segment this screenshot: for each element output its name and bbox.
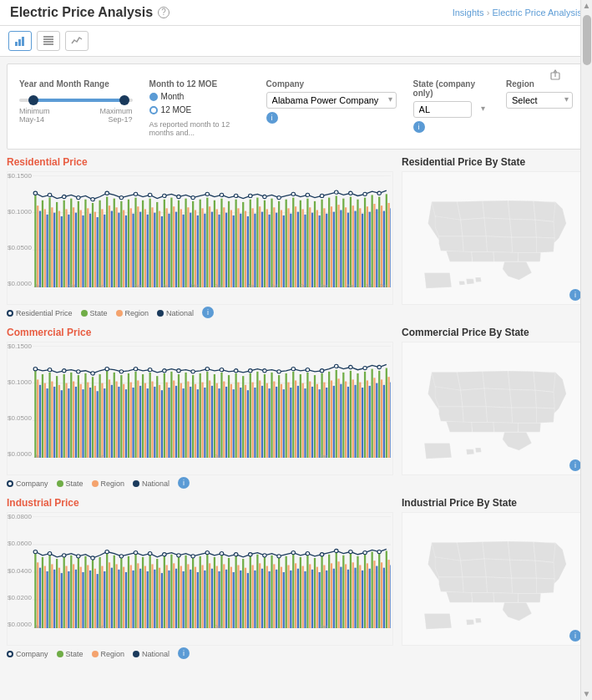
svg-rect-416 (142, 557, 144, 628)
svg-rect-462 (115, 564, 117, 628)
svg-rect-530 (247, 573, 249, 628)
svg-rect-450 (386, 550, 387, 628)
svg-rect-249 (292, 372, 294, 458)
svg-point-573 (349, 550, 353, 553)
industrial-map-info[interactable]: i (569, 630, 581, 642)
svg-point-373 (177, 369, 181, 373)
svg-point-565 (234, 553, 238, 556)
svg-point-172 (105, 191, 109, 195)
company-filter: Company Alabama Power Company i (266, 79, 397, 124)
svg-point-377 (234, 369, 238, 373)
slider-thumb-min[interactable] (28, 95, 38, 105)
svg-rect-340 (233, 389, 235, 458)
svg-rect-123 (82, 216, 83, 287)
svg-rect-472 (187, 564, 189, 628)
svg-rect-148 (261, 212, 263, 287)
scrollbar-thumb[interactable] (583, 15, 591, 65)
month-radio[interactable]: Month (149, 92, 250, 101)
residential-chart-info[interactable]: i (202, 307, 214, 318)
svg-rect-277 (137, 380, 139, 458)
svg-rect-68 (44, 209, 46, 287)
svg-rect-125 (97, 217, 99, 287)
svg-rect-500 (388, 560, 390, 628)
svg-rect-301 (309, 382, 311, 458)
industrial-bars-svg: Jul 2014 Jan 2015 Jan 2016 Jan 2017 (33, 516, 391, 628)
commercial-bars-svg: Jul 2014 Jan 2015 Jan 2016 Jan 2017 (33, 346, 391, 458)
svg-rect-258 (357, 373, 358, 458)
moe12-radio[interactable]: 12 MOE (149, 105, 250, 114)
region-select[interactable]: Select (506, 92, 573, 109)
svg-rect-359 (369, 386, 371, 458)
svg-rect-288 (216, 383, 218, 458)
svg-rect-257 (350, 371, 352, 458)
svg-rect-142 (218, 215, 220, 287)
svg-rect-81 (137, 206, 139, 287)
svg-rect-454 (58, 568, 60, 628)
svg-rect-486 (287, 565, 289, 628)
svg-rect-242 (242, 376, 244, 458)
slider-thumb-max[interactable] (119, 95, 129, 105)
svg-rect-2 (22, 37, 24, 46)
svg-rect-86 (173, 206, 175, 287)
svg-point-382 (306, 368, 310, 372)
slider-track[interactable] (19, 99, 133, 102)
industrial-y-axis: $0.0800 $0.0600 $0.0400 $0.0200 $0.0000 (8, 513, 31, 628)
svg-rect-506 (75, 570, 77, 628)
commercial-map-info[interactable]: i (569, 459, 581, 471)
svg-rect-231 (164, 373, 165, 458)
table-view-button[interactable] (37, 31, 60, 51)
svg-rect-55 (306, 199, 308, 287)
moe12-radio-dot (149, 106, 158, 114)
svg-rect-520 (175, 569, 177, 628)
svg-rect-494 (345, 564, 347, 628)
svg-rect-218 (70, 373, 72, 458)
svg-rect-409 (92, 560, 94, 628)
svg-rect-252 (314, 375, 316, 458)
svg-rect-112 (359, 208, 361, 287)
svg-rect-443 (336, 553, 337, 628)
commercial-chart-info[interactable]: i (178, 477, 190, 489)
help-icon[interactable]: ? (158, 7, 170, 18)
chart-view-button[interactable] (8, 31, 32, 51)
svg-rect-497 (367, 563, 368, 628)
company-select[interactable]: Alabama Power Company (266, 92, 397, 109)
range-max-group: Maximum Sep-1? (100, 107, 133, 124)
state-label: State (company only) (413, 79, 489, 98)
svg-point-571 (320, 553, 324, 556)
moe12-radio-label: 12 MOE (161, 105, 192, 114)
industrial-chart-info[interactable]: i (178, 647, 190, 659)
svg-rect-358 (362, 388, 363, 458)
svg-rect-496 (359, 565, 361, 628)
svg-point-569 (291, 550, 296, 554)
commercial-legend: Company State Region National i (7, 479, 393, 489)
state-info-icon[interactable]: i (413, 121, 425, 133)
line-view-button[interactable] (65, 31, 89, 51)
svg-rect-341 (240, 388, 241, 458)
scroll-up-arrow[interactable]: ▲ (581, 0, 592, 12)
breadcrumb-parent[interactable]: Insights (453, 8, 484, 18)
svg-point-551 (33, 550, 38, 553)
svg-rect-285 (195, 384, 196, 458)
scroll-down-arrow[interactable]: ▼ (581, 688, 592, 700)
state-select[interactable]: AL (413, 101, 472, 118)
company-legend-dot (7, 480, 13, 487)
svg-rect-501 (39, 568, 41, 628)
share-icon[interactable] (549, 69, 561, 84)
page-title: Electric Price Analysis (10, 5, 153, 20)
svg-rect-157 (326, 214, 327, 287)
scrollbar[interactable]: ▲ ▼ (580, 0, 592, 700)
residential-map-info[interactable]: i (569, 289, 581, 301)
svg-rect-84 (159, 211, 160, 287)
svg-rect-291 (237, 383, 239, 458)
svg-rect-82 (144, 209, 146, 287)
svg-rect-51 (278, 201, 280, 287)
company-info-icon[interactable]: i (266, 112, 278, 124)
svg-point-181 (234, 194, 238, 197)
svg-rect-308 (359, 383, 361, 458)
svg-rect-115 (381, 205, 382, 287)
svg-rect-232 (170, 372, 172, 458)
svg-rect-20 (56, 202, 58, 287)
svg-rect-426 (214, 557, 215, 628)
svg-rect-75 (94, 212, 96, 287)
svg-rect-314 (46, 388, 48, 458)
